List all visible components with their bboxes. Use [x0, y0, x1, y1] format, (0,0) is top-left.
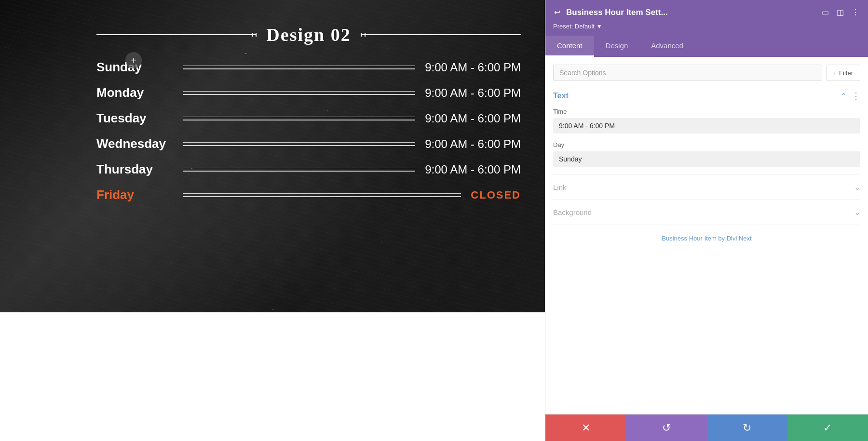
- business-hour-row-tuesday: Tuesday 9:00 AM - 6:00 PM: [96, 111, 521, 126]
- day-label-monday: Monday: [96, 85, 174, 100]
- time-form-group: Time: [553, 108, 860, 134]
- business-hour-row-wednesday: Wednesday 9:00 AM - 6:00 PM: [96, 136, 521, 151]
- text-section-controls: ⌃ ⋮: [841, 91, 860, 101]
- filter-plus-icon: +: [833, 69, 837, 77]
- time-label-friday: CLOSED: [471, 189, 521, 201]
- tab-content[interactable]: Content: [545, 36, 594, 57]
- canvas-white-area: [0, 312, 545, 441]
- tab-design[interactable]: Design: [594, 36, 640, 57]
- day-field-input[interactable]: [553, 151, 860, 167]
- confirm-button[interactable]: ✓: [787, 414, 868, 441]
- layout-icon[interactable]: ◫: [836, 7, 845, 18]
- row-separator-friday: [183, 192, 461, 199]
- bottom-action-bar: ✕ ↺ ↻ ✓: [545, 414, 868, 441]
- day-field-label: Day: [553, 141, 860, 148]
- background-section-title: Background: [553, 208, 592, 216]
- link-section-title: Link: [553, 183, 567, 191]
- filter-label: Filter: [839, 69, 853, 77]
- add-button[interactable]: +: [125, 52, 142, 68]
- back-button[interactable]: ↩: [553, 7, 561, 18]
- row-separator-tuesday: [183, 115, 415, 122]
- link-section: Link ⌄: [553, 174, 860, 200]
- panel-header-icons: ▭ ◫ ⋮: [821, 7, 860, 18]
- footer-credit: Business Hour Item by Divi Next: [553, 225, 860, 252]
- confirm-icon: ✓: [823, 422, 832, 434]
- footer-credit-link[interactable]: Business Hour Item by Divi Next: [662, 235, 751, 242]
- text-section-title: Text: [553, 92, 569, 100]
- text-section: Text ⌃ ⋮ Time Day: [553, 91, 860, 167]
- text-section-header: Text ⌃ ⋮: [553, 91, 860, 101]
- day-label-friday: Friday: [96, 187, 174, 202]
- link-section-chevron: ⌄: [854, 183, 860, 192]
- settings-panel: ↩ Business Hour Item Sett... ▭ ◫ ⋮ Prese…: [545, 0, 868, 441]
- refresh-icon: ↻: [743, 422, 751, 434]
- background-section-header[interactable]: Background ⌄: [553, 208, 860, 217]
- background-section-chevron: ⌄: [854, 208, 860, 217]
- cancel-icon: ✕: [582, 422, 590, 434]
- cancel-button[interactable]: ✕: [545, 414, 626, 441]
- text-section-chevron-up[interactable]: ⌃: [841, 92, 847, 101]
- row-separator-sunday: [183, 64, 415, 71]
- day-form-group: Day: [553, 141, 860, 167]
- plus-icon: +: [131, 55, 136, 66]
- reset-button[interactable]: ↺: [626, 414, 706, 441]
- day-label-thursday: Thursday: [96, 162, 174, 177]
- search-row: + Filter: [553, 65, 860, 81]
- panel-title: Business Hour Item Sett...: [566, 8, 816, 17]
- title-line-left: [96, 34, 257, 35]
- title-line-right: [361, 34, 521, 35]
- preset-row: Preset: Default ▼: [553, 23, 860, 30]
- background-section: Background ⌄: [553, 200, 860, 225]
- business-hour-row-monday: Monday 9:00 AM - 6:00 PM: [96, 85, 521, 100]
- panel-header: ↩ Business Hour Item Sett... ▭ ◫ ⋮ Prese…: [545, 0, 868, 36]
- row-separator-wednesday: [183, 141, 415, 147]
- canvas-area: + Design 02 Sunday 9:00 AM - 6:00 PM Mon…: [0, 0, 545, 441]
- panel-body: + Filter Text ⌃ ⋮ Time Day: [545, 57, 868, 414]
- widget-title: Design 02: [96, 24, 521, 45]
- tab-advanced[interactable]: Advanced: [639, 36, 695, 57]
- day-label-wednesday: Wednesday: [96, 136, 174, 151]
- time-field-input[interactable]: [553, 118, 860, 134]
- link-section-header[interactable]: Link ⌄: [553, 183, 860, 192]
- text-section-more[interactable]: ⋮: [852, 91, 860, 101]
- more-icon[interactable]: ⋮: [851, 7, 860, 18]
- business-hour-row-sunday: Sunday 9:00 AM - 6:00 PM: [96, 60, 521, 75]
- time-label-tuesday: 9:00 AM - 6:00 PM: [425, 112, 521, 125]
- panel-header-top: ↩ Business Hour Item Sett... ▭ ◫ ⋮: [553, 7, 860, 18]
- time-label-monday: 9:00 AM - 6:00 PM: [425, 86, 521, 100]
- time-label-wednesday: 9:00 AM - 6:00 PM: [425, 137, 521, 151]
- business-hour-row-thursday: Thursday 9:00 AM - 6:00 PM: [96, 162, 521, 177]
- row-separator-monday: [183, 90, 415, 96]
- time-label-sunday: 9:00 AM - 6:00 PM: [425, 61, 521, 74]
- filter-button[interactable]: + Filter: [826, 65, 860, 81]
- business-hour-row-friday: Friday CLOSED: [96, 187, 521, 202]
- responsive-icon[interactable]: ▭: [821, 7, 830, 18]
- day-label-tuesday: Tuesday: [96, 111, 174, 126]
- time-field-label: Time: [553, 108, 860, 115]
- row-separator-thursday: [183, 166, 415, 173]
- search-input[interactable]: [553, 65, 822, 81]
- time-label-thursday: 9:00 AM - 6:00 PM: [425, 163, 521, 176]
- business-hours-widget: Design 02 Sunday 9:00 AM - 6:00 PM Monda…: [96, 24, 521, 213]
- refresh-button[interactable]: ↻: [707, 414, 787, 441]
- panel-tabs: Content Design Advanced: [545, 36, 868, 57]
- reset-icon: ↺: [662, 422, 671, 434]
